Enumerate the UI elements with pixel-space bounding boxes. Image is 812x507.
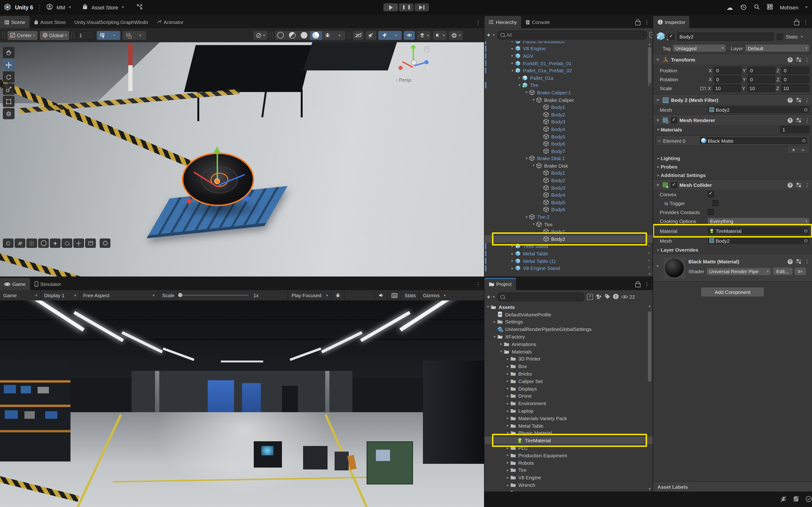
project-item-defaultvolumeprofile[interactable]: DefaultVolumeProfile [485,311,653,318]
project-item-displays[interactable]: ▸Displays [485,385,653,392]
toggle-2d-button[interactable]: 2D [353,31,364,40]
expander-icon[interactable]: ▸ [499,342,504,346]
lit-mode-button[interactable] [310,31,322,40]
hand-tool-button[interactable] [3,47,14,58]
hierarchy-item-v8-engine-stand[interactable]: ▸V8 Engine Stand› [485,265,653,272]
mesh-object-field[interactable]: Body2 [708,106,809,113]
shaded-wire-mode-button[interactable] [287,31,298,40]
hierarchy-item-brake-caliper-1[interactable]: ▾Brake Caliper:1 [485,89,653,96]
hierarchy-item-body2[interactable]: Body2 [485,235,653,242]
debug-button[interactable] [332,290,345,300]
hierarchy-item-body5[interactable]: Body5 [485,199,653,206]
expander-icon[interactable]: ▾ [524,156,529,161]
camera-preview-button[interactable] [38,238,49,248]
shader-dropdown[interactable]: Universal Render Pipe [707,268,771,275]
component-menu-icon[interactable] [805,259,810,265]
asset-labels-bar[interactable]: Asset Labels [653,481,812,493]
vsync-button[interactable] [388,290,401,300]
cooking-options-dropdown[interactable]: Everything [708,218,809,225]
lock-icon[interactable] [635,21,641,25]
foldout-icon[interactable]: ▸ [656,264,660,279]
expander-icon[interactable]: ▸ [505,460,510,465]
hierarchy-item-body6[interactable]: Body6 [485,140,653,148]
component-menu-icon[interactable] [805,182,810,188]
pause-button[interactable] [399,3,413,11]
snap-dropdown[interactable] [135,31,146,40]
static-checkbox[interactable] [777,34,783,40]
visible-count[interactable]: 22 [621,294,635,299]
project-item-physic-material[interactable]: ▾Physic Material [485,429,653,437]
project-item-row[interactable]: ▸ [485,489,653,492]
materials-label[interactable]: Materials [661,127,682,132]
presets-icon[interactable] [796,98,801,102]
rect-tool-button[interactable] [3,96,14,107]
physic-material-field[interactable]: TireMaterial [708,227,809,234]
hierarchy-item-pallet-01a-prefab-02[interactable]: ▾Pallet_01a_Prefab_02› [485,67,653,74]
project-item-robots[interactable]: ▸Robots [485,459,653,466]
collider-mesh-field[interactable]: Body2 [708,237,809,244]
asset-picker-icon[interactable] [587,294,593,300]
position-x-field[interactable]: 0 [714,66,742,74]
play-focused-dropdown[interactable]: Play Focused [288,290,332,300]
object-picker-icon[interactable] [804,107,808,112]
drag-handle[interactable] [2,32,5,39]
scale-tool-button[interactable] [3,83,14,95]
tab-asset-store[interactable]: Asset Store [30,16,70,28]
project-item-drone[interactable]: ▸Drone [485,392,653,400]
mesh-collider-header[interactable]: ▼ Mesh Collider [653,180,812,190]
expander-icon[interactable]: ▸ [510,41,515,44]
expander-icon[interactable]: ▾ [510,68,515,72]
hierarchy-item-body5[interactable]: Body5 [485,133,653,140]
tab-graph-window[interactable]: Unity.VisualScripting.GraphWindo [70,16,152,28]
project-item-metal-table[interactable]: ▸Metal Table [485,422,653,430]
help-icon[interactable] [788,57,793,62]
probes-foldout[interactable]: Probes [661,164,677,169]
tab-inspector[interactable]: Inspector [653,16,689,28]
expander-icon[interactable]: ▸ [505,394,510,398]
display-dropdown[interactable]: Display 1 [41,290,80,300]
tab-project[interactable]: Project [485,278,516,290]
collider-enabled-checkbox[interactable] [671,182,677,188]
expander-icon[interactable]: ▸ [505,372,510,376]
remove-material-button[interactable]: − [802,147,805,153]
view-menu-dropdown[interactable]: Game [0,290,41,300]
rotate-tool-button[interactable] [3,71,14,82]
expander-icon[interactable]: ▾ [524,215,529,219]
projection-label[interactable]: ‹ Persp [396,77,411,82]
project-item-v8-engine[interactable]: ▸V8 Engine [485,474,653,482]
hierarchy-item-metal-table-1[interactable]: ▸Metal Table (1)› [485,257,653,265]
panel-menu-icon[interactable] [803,19,808,25]
scrollbar-thumb[interactable] [648,47,651,83]
tab-game[interactable]: Game [0,278,30,290]
wireframe-mode-button[interactable] [275,31,287,40]
constrain-proportions-icon[interactable] [700,86,706,91]
grid-visibility-button[interactable] [97,31,109,40]
layer-overrides-foldout[interactable]: Layer Overrides [661,247,698,252]
rotation-z-field[interactable]: 0 [781,75,809,83]
expander-icon[interactable]: ▸ [505,357,510,361]
scale-x-field[interactable]: 10 [713,84,741,92]
layout-icon[interactable] [767,4,773,11]
expander-icon[interactable]: ▾ [524,91,529,95]
project-item-wrench[interactable]: ▸Wrench [485,481,653,489]
camera-view-options[interactable] [253,31,267,40]
expander-icon[interactable]: ▸ [510,259,515,263]
panel-divider[interactable] [484,14,485,507]
scrollbar-thumb[interactable] [648,311,651,382]
project-item-3d-printer[interactable]: ▸3D Printer [485,355,653,363]
object-picker-icon[interactable] [804,238,808,243]
expander-icon[interactable]: ▸ [492,320,497,324]
mute-audio-button[interactable] [374,290,388,300]
scale-y-field[interactable]: 10 [747,84,775,92]
filter-by-label-icon[interactable] [604,293,610,300]
mesh-renderer-header[interactable]: ▼ Mesh Renderer [653,115,812,125]
shader-edit-button[interactable]: Edit... [773,268,792,275]
expander-icon[interactable]: ▸ [505,446,510,450]
compass-overlay-button[interactable] [100,238,110,248]
game-viewport[interactable] [0,300,485,507]
account-menu[interactable]: MM [57,4,65,10]
effects-button[interactable] [378,31,390,40]
expander-icon[interactable]: ▾ [531,98,536,102]
convex-checkbox[interactable] [708,191,714,197]
material-thumbnail[interactable] [663,257,685,279]
